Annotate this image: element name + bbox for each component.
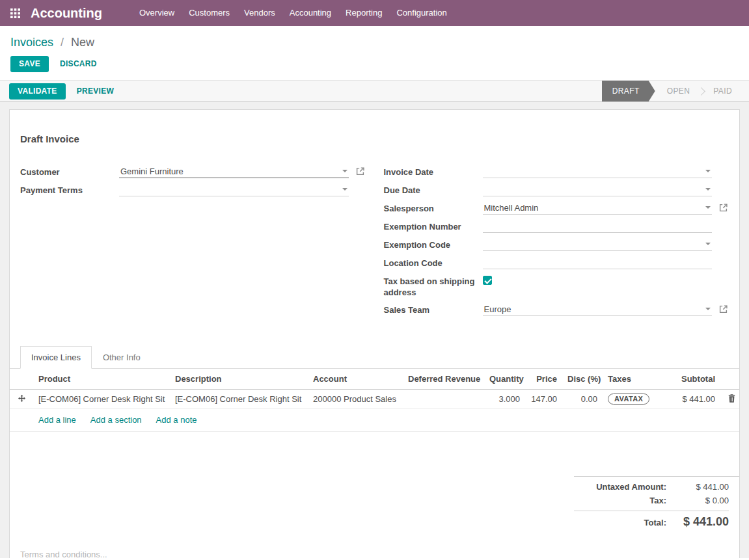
sales-team-input[interactable]: Europe xyxy=(483,303,713,316)
cell-disc[interactable]: 0.00 xyxy=(562,390,603,409)
salesperson-label: Salesperson xyxy=(384,202,483,215)
due-date-label: Due Date xyxy=(384,183,483,196)
exemption-number-label: Exemption Number xyxy=(384,220,483,233)
dropdown-caret-icon[interactable] xyxy=(342,188,347,191)
tax-badge[interactable]: AVATAX xyxy=(608,393,649,405)
col-quantity: Quantity xyxy=(484,369,525,390)
external-link-icon[interactable] xyxy=(719,305,728,313)
col-subtotal: Subtotal xyxy=(664,369,720,390)
exemption-code-label: Exemption Code xyxy=(384,238,483,251)
payment-terms-label: Payment Terms xyxy=(20,183,119,196)
nav-item-configuration[interactable]: Configuration xyxy=(389,0,454,26)
apps-grid-icon[interactable] xyxy=(10,8,20,18)
nav-item-overview[interactable]: Overview xyxy=(132,0,182,26)
location-code-input[interactable] xyxy=(483,256,713,269)
col-taxes: Taxes xyxy=(603,369,664,390)
customer-label: Customer xyxy=(20,165,119,178)
add-a-note-link[interactable]: Add a note xyxy=(156,415,197,425)
field-tax-shipping: Tax based on shipping address xyxy=(384,274,729,298)
total-label: Total: xyxy=(644,518,666,527)
dropdown-caret-icon[interactable] xyxy=(342,170,347,172)
save-button[interactable]: SAVE xyxy=(10,56,49,72)
preview-button[interactable]: PREVIEW xyxy=(68,83,122,100)
invoice-line-row: [E-COM06] Corner Desk Right Sit [E-COM06… xyxy=(10,390,740,409)
add-a-section-link[interactable]: Add a section xyxy=(90,415,142,425)
tax-label: Tax: xyxy=(649,496,666,505)
payment-terms-value xyxy=(120,184,338,195)
untaxed-amount-value: $ 441.00 xyxy=(675,482,729,492)
lines-header-row: Product Description Account Deferred Rev… xyxy=(10,369,740,390)
col-account: Account xyxy=(308,369,403,390)
cell-account[interactable]: 200000 Product Sales xyxy=(308,390,403,409)
notebook-tabs: Invoice Lines Other Info xyxy=(10,346,739,369)
salesperson-input[interactable]: Mitchell Admin xyxy=(483,202,713,215)
trash-column-header xyxy=(720,369,740,390)
breadcrumb-invoices-link[interactable]: Invoices xyxy=(10,36,53,49)
payment-terms-input[interactable] xyxy=(119,183,349,196)
top-menu: Overview Customers Vendors Accounting Re… xyxy=(132,0,454,26)
dropdown-caret-icon[interactable] xyxy=(705,206,711,209)
col-description: Description xyxy=(170,369,308,390)
document-title: Draft Invoice xyxy=(20,133,729,144)
validate-button[interactable]: VALIDATE xyxy=(9,83,66,100)
add-a-line-link[interactable]: Add a line xyxy=(38,415,76,425)
col-deferred-revenue: Deferred Revenue xyxy=(403,369,484,390)
status-open[interactable]: OPEN xyxy=(655,81,702,101)
tab-other-info[interactable]: Other Info xyxy=(92,346,152,369)
drag-handle-icon[interactable] xyxy=(18,394,25,404)
customer-input[interactable]: Gemini Furniture xyxy=(119,165,349,178)
cell-taxes[interactable]: AVATAX xyxy=(603,390,664,409)
field-sales-team: Sales Team Europe xyxy=(384,303,729,316)
dropdown-caret-icon[interactable] xyxy=(705,308,711,310)
tax-value: $ 0.00 xyxy=(675,496,729,505)
form-fields: Customer Gemini Furniture xyxy=(10,165,739,321)
tab-invoice-lines[interactable]: Invoice Lines xyxy=(20,346,92,369)
nav-item-vendors[interactable]: Vendors xyxy=(237,0,282,26)
due-date-input[interactable] xyxy=(483,183,713,196)
cell-deferred-revenue[interactable] xyxy=(403,390,484,409)
breadcrumb-separator: / xyxy=(61,36,64,49)
handle-column-header xyxy=(10,369,33,390)
dropdown-caret-icon[interactable] xyxy=(705,243,711,245)
exemption-number-value xyxy=(484,220,711,232)
dropdown-caret-icon[interactable] xyxy=(705,188,711,191)
nav-item-customers[interactable]: Customers xyxy=(182,0,237,26)
cell-quantity[interactable]: 3.000 xyxy=(484,390,525,409)
discard-button[interactable]: DISCARD xyxy=(51,56,105,72)
nav-item-reporting[interactable]: Reporting xyxy=(338,0,389,26)
due-date-value xyxy=(484,184,702,195)
notebook: Invoice Lines Other Info Product Descrip… xyxy=(10,346,739,534)
app-title[interactable]: Accounting xyxy=(31,6,102,21)
dropdown-caret-icon[interactable] xyxy=(705,170,711,172)
status-paid[interactable]: PAID xyxy=(701,81,744,101)
tax-shipping-checkbox[interactable] xyxy=(483,276,492,285)
top-navbar: Accounting Overview Customers Vendors Ac… xyxy=(0,0,749,26)
location-code-label: Location Code xyxy=(384,256,483,269)
external-link-icon[interactable] xyxy=(356,167,364,176)
form-right-column: Invoice Date Due Date xyxy=(384,165,729,321)
field-due-date: Due Date xyxy=(384,183,729,196)
total-value: $ 441.00 xyxy=(675,515,729,529)
cell-price[interactable]: 147.00 xyxy=(525,390,562,409)
exemption-number-input[interactable] xyxy=(483,220,713,233)
control-panel-buttons: SAVE DISCARD xyxy=(10,56,739,72)
external-link-icon[interactable] xyxy=(719,204,728,212)
cell-product[interactable]: [E-COM06] Corner Desk Right Sit xyxy=(33,390,170,409)
cell-description[interactable]: [E-COM06] Corner Desk Right Sit xyxy=(170,390,308,409)
field-invoice-date: Invoice Date xyxy=(384,165,729,178)
form-statusbar: VALIDATE PREVIEW DRAFT OPEN PAID xyxy=(0,80,749,102)
statusbar-actions: VALIDATE PREVIEW xyxy=(9,81,122,101)
col-price: Price xyxy=(525,369,562,390)
status-draft[interactable]: DRAFT xyxy=(602,81,655,101)
totals-panel: Untaxed Amount: $ 441.00 Tax: $ 0.00 Tot… xyxy=(574,476,739,534)
field-payment-terms: Payment Terms xyxy=(20,183,366,196)
field-customer: Customer Gemini Furniture xyxy=(20,165,366,178)
exemption-code-input[interactable] xyxy=(483,238,713,251)
delete-line-icon[interactable] xyxy=(728,395,735,405)
terms-and-conditions-input[interactable]: Terms and conditions... xyxy=(10,534,739,558)
status-pipeline: DRAFT OPEN PAID xyxy=(602,81,749,101)
nav-item-accounting[interactable]: Accounting xyxy=(282,0,338,26)
invoice-date-label: Invoice Date xyxy=(384,165,483,178)
invoice-date-input[interactable] xyxy=(483,165,713,178)
sales-team-value: Europe xyxy=(484,304,702,315)
